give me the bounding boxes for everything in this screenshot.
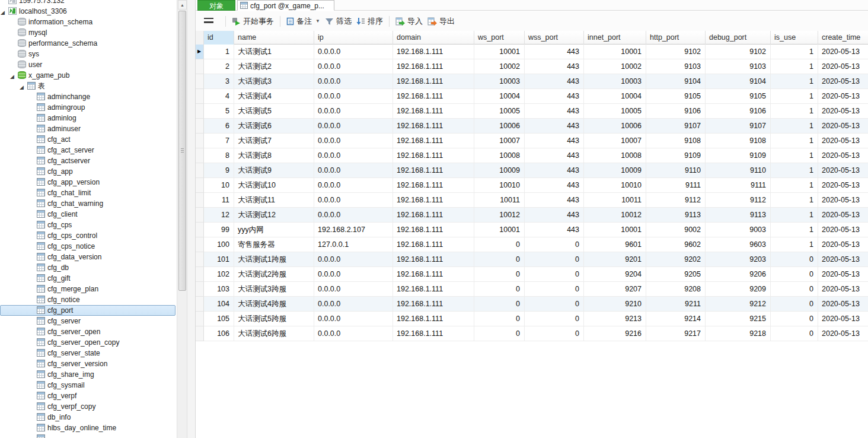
cell-innet_port[interactable]: 9204	[584, 267, 646, 282]
cell-create_time[interactable]: 2020-05-13	[818, 297, 868, 312]
cell-wss_port[interactable]: 443	[525, 104, 584, 119]
cell-create_time[interactable]: 2020-05-13	[818, 59, 868, 74]
column-header-is_use[interactable]: is_use	[771, 31, 818, 45]
cell-innet_port[interactable]: 9210	[584, 297, 646, 312]
cell-wss_port[interactable]: 443	[525, 89, 584, 104]
expand-arrow-icon[interactable]: ◢	[20, 82, 24, 93]
cell-domain[interactable]: 192.168.1.111	[393, 297, 474, 312]
note-button[interactable]: 备注 ▼	[284, 14, 323, 28]
cell-domain[interactable]: 192.168.1.111	[393, 223, 474, 237]
cell-innet_port[interactable]: 10012	[584, 208, 646, 223]
export-button[interactable]: 导出	[425, 14, 457, 28]
cell-id[interactable]: 11	[204, 193, 234, 208]
cell-ws_port[interactable]: 0	[474, 326, 525, 341]
cell-create_time[interactable]: 2020-05-13	[818, 119, 868, 134]
row-marker[interactable]	[196, 326, 204, 341]
tree-item-mysql[interactable]: mysql	[0, 27, 177, 38]
cell-http_port[interactable]: 9107	[646, 119, 706, 134]
tree-item-cfg_data_version[interactable]: cfg_data_version	[0, 252, 177, 262]
cell-name[interactable]: 大话测试6跨服	[234, 326, 314, 341]
cell-ws_port[interactable]: 0	[474, 267, 525, 282]
cell-debug_port[interactable]: 9111	[706, 178, 771, 193]
cell-name[interactable]: 大话测试3	[234, 74, 314, 89]
cell-is_use[interactable]: 1	[771, 45, 818, 59]
cell-wss_port[interactable]: 0	[525, 312, 584, 326]
cell-wss_port[interactable]: 443	[525, 59, 584, 74]
expand-arrow-icon[interactable]: ◢	[1, 7, 5, 18]
cell-ip[interactable]: 0.0.0.0	[314, 148, 393, 163]
cell-domain[interactable]: 192.168.1.111	[393, 312, 474, 326]
cell-id[interactable]: 12	[204, 208, 234, 223]
cell-id[interactable]: 102	[204, 267, 234, 282]
cell-id[interactable]: 3	[204, 74, 234, 89]
cell-name[interactable]: 大话测试7	[234, 134, 314, 148]
filter-button[interactable]: 筛选	[323, 14, 354, 28]
tree-item-cfg_db[interactable]: cfg_db	[0, 262, 177, 273]
tree-item-cfg_app[interactable]: cfg_app	[0, 166, 177, 177]
cell-name[interactable]: 大话测试5	[234, 104, 314, 119]
row-marker[interactable]	[196, 163, 204, 178]
cell-id[interactable]: 9	[204, 163, 234, 178]
cell-http_port[interactable]: 9102	[646, 45, 706, 59]
tree-item-cfg_notice[interactable]: cfg_notice	[0, 294, 177, 305]
cell-http_port[interactable]: 9109	[646, 148, 706, 163]
tree-item-cfg_server_open_copy[interactable]: cfg_server_open_copy	[0, 337, 177, 348]
cell-ws_port[interactable]: 10010	[474, 178, 525, 193]
cell-ws_port[interactable]: 10012	[474, 208, 525, 223]
cell-wss_port[interactable]: 443	[525, 148, 584, 163]
cell-wss_port[interactable]: 443	[525, 208, 584, 223]
cell-create_time[interactable]: 2020-05-13	[818, 312, 868, 326]
tree-item-hlbs_day_online_time[interactable]: hlbs_day_online_time	[0, 423, 177, 433]
cell-id[interactable]: 99	[204, 223, 234, 237]
cell-wss_port[interactable]: 443	[525, 223, 584, 237]
cell-name[interactable]: 大话测试1跨服	[234, 252, 314, 267]
cell-innet_port[interactable]: 10010	[584, 178, 646, 193]
cell-name[interactable]: 大话测试4	[234, 89, 314, 104]
tree-item-cfg_sysmail[interactable]: cfg_sysmail	[0, 380, 177, 391]
cell-create_time[interactable]: 2020-05-13	[818, 237, 868, 252]
cell-is_use[interactable]: 1	[771, 193, 818, 208]
cell-id[interactable]: 101	[204, 252, 234, 267]
cell-id[interactable]: 7	[204, 134, 234, 148]
tree-item-user[interactable]: user	[0, 59, 177, 70]
row-marker[interactable]	[196, 237, 204, 252]
cell-http_port[interactable]: 9108	[646, 134, 706, 148]
tree-item-x_game_pub[interactable]: ◢x_game_pub	[0, 70, 177, 81]
cell-debug_port[interactable]: 9109	[706, 148, 771, 163]
cell-ws_port[interactable]: 0	[474, 297, 525, 312]
tree-item-information_schema[interactable]: information_schema	[0, 17, 177, 27]
cell-id[interactable]: 4	[204, 89, 234, 104]
cell-ws_port[interactable]: 10005	[474, 104, 525, 119]
column-header-innet_port[interactable]: innet_port	[584, 31, 646, 45]
cell-is_use[interactable]: 1	[771, 148, 818, 163]
cell-wss_port[interactable]: 443	[525, 193, 584, 208]
tree-item-sys[interactable]: sys	[0, 49, 177, 59]
cell-name[interactable]: yyy内网	[234, 223, 314, 237]
cell-id[interactable]: 100	[204, 237, 234, 252]
cell-wss_port[interactable]: 0	[525, 297, 584, 312]
column-header-http_port[interactable]: http_port	[646, 31, 706, 45]
cell-ip[interactable]: 0.0.0.0	[314, 45, 393, 59]
cell-ip[interactable]: 0.0.0.0	[314, 282, 393, 297]
tree-item-partial[interactable]	[0, 433, 177, 438]
cell-is_use[interactable]: 1	[771, 74, 818, 89]
cell-id[interactable]: 105	[204, 312, 234, 326]
cell-ws_port[interactable]: 10002	[474, 59, 525, 74]
cell-ip[interactable]: 0.0.0.0	[314, 134, 393, 148]
cell-wss_port[interactable]: 443	[525, 74, 584, 89]
cell-domain[interactable]: 192.168.1.111	[393, 89, 474, 104]
tree-item-cfg_gift[interactable]: cfg_gift	[0, 273, 177, 284]
tree-item-cfg_merge_plan[interactable]: cfg_merge_plan	[0, 284, 177, 294]
cell-innet_port[interactable]: 10001	[584, 223, 646, 237]
column-header-domain[interactable]: domain	[393, 31, 474, 45]
cell-is_use[interactable]: 1	[771, 89, 818, 104]
scroll-up-button[interactable]: ▲	[178, 0, 187, 9]
cell-innet_port[interactable]: 9201	[584, 252, 646, 267]
cell-is_use[interactable]: 1	[771, 134, 818, 148]
cell-create_time[interactable]: 2020-05-13	[818, 178, 868, 193]
cell-http_port[interactable]: 9106	[646, 104, 706, 119]
cell-name[interactable]: 大话测试2	[234, 59, 314, 74]
cell-ws_port[interactable]: 10003	[474, 74, 525, 89]
cell-is_use[interactable]: 1	[771, 104, 818, 119]
cell-domain[interactable]: 192.168.1.111	[393, 267, 474, 282]
